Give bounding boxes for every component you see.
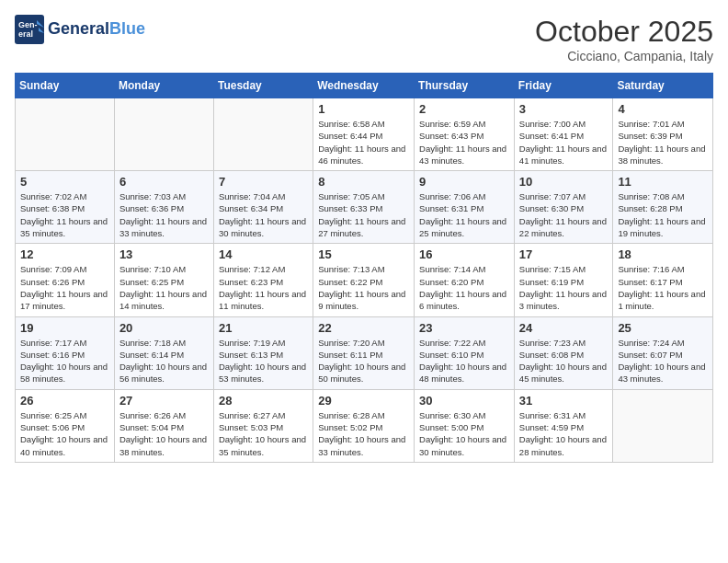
day-number: 30 [419, 394, 509, 408]
weekday-header: Monday [114, 74, 213, 98]
calendar-week-row: 1Sunrise: 6:58 AM Sunset: 6:44 PM Daylig… [16, 98, 713, 171]
calendar-title: October 2025 [535, 15, 713, 49]
calendar-cell: 5Sunrise: 7:02 AM Sunset: 6:38 PM Daylig… [16, 171, 115, 244]
day-info: Sunrise: 7:02 AM Sunset: 6:38 PM Dayligh… [20, 190, 109, 239]
weekday-header: Wednesday [313, 74, 415, 98]
day-number: 16 [419, 247, 509, 261]
day-number: 26 [20, 394, 109, 408]
day-number: 5 [20, 175, 109, 189]
day-info: Sunrise: 7:07 AM Sunset: 6:30 PM Dayligh… [519, 190, 609, 239]
calendar-cell: 27Sunrise: 6:26 AM Sunset: 5:04 PM Dayli… [114, 389, 213, 462]
day-number: 1 [318, 102, 409, 116]
calendar-week-row: 12Sunrise: 7:09 AM Sunset: 6:26 PM Dayli… [16, 244, 713, 316]
weekday-header: Sunday [16, 74, 115, 98]
day-info: Sunrise: 7:17 AM Sunset: 6:16 PM Dayligh… [20, 337, 109, 385]
day-info: Sunrise: 7:16 AM Sunset: 6:17 PM Dayligh… [618, 263, 708, 312]
day-info: Sunrise: 7:08 AM Sunset: 6:28 PM Dayligh… [618, 190, 708, 239]
calendar-cell: 24Sunrise: 7:23 AM Sunset: 6:08 PM Dayli… [514, 316, 613, 389]
day-info: Sunrise: 6:27 AM Sunset: 5:03 PM Dayligh… [219, 409, 308, 458]
day-info: Sunrise: 7:13 AM Sunset: 6:22 PM Dayligh… [318, 263, 409, 312]
calendar-cell: 9Sunrise: 7:06 AM Sunset: 6:31 PM Daylig… [415, 171, 515, 244]
calendar-cell: 2Sunrise: 6:59 AM Sunset: 6:43 PM Daylig… [415, 98, 515, 171]
calendar-cell: 14Sunrise: 7:12 AM Sunset: 6:23 PM Dayli… [213, 244, 313, 316]
day-number: 7 [219, 175, 308, 189]
day-number: 27 [119, 394, 209, 408]
day-number: 6 [119, 175, 209, 189]
calendar-cell: 12Sunrise: 7:09 AM Sunset: 6:26 PM Dayli… [16, 244, 115, 316]
calendar-cell [213, 98, 313, 171]
calendar-cell [613, 389, 713, 462]
logo-icon: Gen- eral [15, 15, 44, 44]
day-number: 11 [618, 175, 708, 189]
day-info: Sunrise: 7:01 AM Sunset: 6:39 PM Dayligh… [618, 118, 708, 167]
day-info: Sunrise: 7:24 AM Sunset: 6:07 PM Dayligh… [618, 337, 708, 385]
day-number: 8 [318, 175, 409, 189]
day-info: Sunrise: 7:06 AM Sunset: 6:31 PM Dayligh… [419, 190, 509, 239]
calendar-cell: 30Sunrise: 6:30 AM Sunset: 5:00 PM Dayli… [415, 389, 515, 462]
calendar-cell: 22Sunrise: 7:20 AM Sunset: 6:11 PM Dayli… [313, 316, 415, 389]
day-number: 29 [318, 394, 409, 408]
day-number: 10 [519, 175, 609, 189]
day-info: Sunrise: 7:20 AM Sunset: 6:11 PM Dayligh… [318, 337, 409, 385]
day-number: 2 [419, 102, 509, 116]
calendar-cell: 15Sunrise: 7:13 AM Sunset: 6:22 PM Dayli… [313, 244, 415, 316]
day-info: Sunrise: 6:31 AM Sunset: 4:59 PM Dayligh… [519, 409, 609, 458]
day-number: 15 [318, 247, 409, 261]
day-number: 18 [618, 247, 708, 261]
weekday-header: Saturday [613, 74, 713, 98]
day-info: Sunrise: 7:22 AM Sunset: 6:10 PM Dayligh… [419, 337, 509, 385]
calendar-cell: 28Sunrise: 6:27 AM Sunset: 5:03 PM Dayli… [213, 389, 313, 462]
svg-text:Gen-: Gen- [18, 20, 38, 29]
day-info: Sunrise: 7:19 AM Sunset: 6:13 PM Dayligh… [219, 337, 308, 385]
day-info: Sunrise: 7:12 AM Sunset: 6:23 PM Dayligh… [219, 263, 308, 312]
calendar-header-row: SundayMondayTuesdayWednesdayThursdayFrid… [16, 74, 713, 98]
calendar-week-row: 19Sunrise: 7:17 AM Sunset: 6:16 PM Dayli… [16, 316, 713, 389]
calendar-cell: 18Sunrise: 7:16 AM Sunset: 6:17 PM Dayli… [613, 244, 713, 316]
day-info: Sunrise: 6:58 AM Sunset: 6:44 PM Dayligh… [318, 118, 409, 167]
calendar-cell: 4Sunrise: 7:01 AM Sunset: 6:39 PM Daylig… [613, 98, 713, 171]
day-info: Sunrise: 6:30 AM Sunset: 5:00 PM Dayligh… [419, 409, 509, 458]
calendar-cell: 17Sunrise: 7:15 AM Sunset: 6:19 PM Dayli… [514, 244, 613, 316]
calendar-cell [16, 98, 115, 171]
day-number: 23 [419, 321, 509, 335]
day-number: 12 [20, 247, 109, 261]
day-info: Sunrise: 7:03 AM Sunset: 6:36 PM Dayligh… [119, 190, 209, 239]
calendar-subtitle: Cicciano, Campania, Italy [535, 49, 713, 63]
calendar-cell: 3Sunrise: 7:00 AM Sunset: 6:41 PM Daylig… [514, 98, 613, 171]
calendar-table: SundayMondayTuesdayWednesdayThursdayFrid… [15, 73, 713, 463]
calendar-header: October 2025 Cicciano, Campania, Italy [535, 15, 713, 63]
page-header: Gen- eral GeneralBlue October 2025 Cicci… [15, 15, 713, 63]
calendar-week-row: 5Sunrise: 7:02 AM Sunset: 6:38 PM Daylig… [16, 171, 713, 244]
day-number: 22 [318, 321, 409, 335]
calendar-cell: 20Sunrise: 7:18 AM Sunset: 6:14 PM Dayli… [114, 316, 213, 389]
calendar-cell: 29Sunrise: 6:28 AM Sunset: 5:02 PM Dayli… [313, 389, 415, 462]
calendar-cell: 11Sunrise: 7:08 AM Sunset: 6:28 PM Dayli… [613, 171, 713, 244]
calendar-cell: 16Sunrise: 7:14 AM Sunset: 6:20 PM Dayli… [415, 244, 515, 316]
calendar-cell: 7Sunrise: 7:04 AM Sunset: 6:34 PM Daylig… [213, 171, 313, 244]
day-number: 13 [119, 247, 209, 261]
calendar-cell: 31Sunrise: 6:31 AM Sunset: 4:59 PM Dayli… [514, 389, 613, 462]
day-info: Sunrise: 6:25 AM Sunset: 5:06 PM Dayligh… [20, 409, 109, 458]
day-number: 19 [20, 321, 109, 335]
day-info: Sunrise: 7:18 AM Sunset: 6:14 PM Dayligh… [119, 337, 209, 385]
calendar-cell: 6Sunrise: 7:03 AM Sunset: 6:36 PM Daylig… [114, 171, 213, 244]
day-info: Sunrise: 6:26 AM Sunset: 5:04 PM Dayligh… [119, 409, 209, 458]
calendar-cell: 13Sunrise: 7:10 AM Sunset: 6:25 PM Dayli… [114, 244, 213, 316]
day-number: 9 [419, 175, 509, 189]
day-info: Sunrise: 6:59 AM Sunset: 6:43 PM Dayligh… [419, 118, 509, 167]
day-info: Sunrise: 7:10 AM Sunset: 6:25 PM Dayligh… [119, 263, 209, 312]
day-number: 4 [618, 102, 708, 116]
day-info: Sunrise: 7:15 AM Sunset: 6:19 PM Dayligh… [519, 263, 609, 312]
day-info: Sunrise: 7:05 AM Sunset: 6:33 PM Dayligh… [318, 190, 409, 239]
weekday-header: Thursday [415, 74, 515, 98]
day-info: Sunrise: 7:09 AM Sunset: 6:26 PM Dayligh… [20, 263, 109, 312]
weekday-header: Tuesday [213, 74, 313, 98]
calendar-cell: 19Sunrise: 7:17 AM Sunset: 6:16 PM Dayli… [16, 316, 115, 389]
calendar-cell: 8Sunrise: 7:05 AM Sunset: 6:33 PM Daylig… [313, 171, 415, 244]
day-info: Sunrise: 7:00 AM Sunset: 6:41 PM Dayligh… [519, 118, 609, 167]
day-number: 24 [519, 321, 609, 335]
day-info: Sunrise: 6:28 AM Sunset: 5:02 PM Dayligh… [318, 409, 409, 458]
calendar-cell: 23Sunrise: 7:22 AM Sunset: 6:10 PM Dayli… [415, 316, 515, 389]
logo: Gen- eral GeneralBlue [15, 15, 145, 44]
day-info: Sunrise: 7:04 AM Sunset: 6:34 PM Dayligh… [219, 190, 308, 239]
